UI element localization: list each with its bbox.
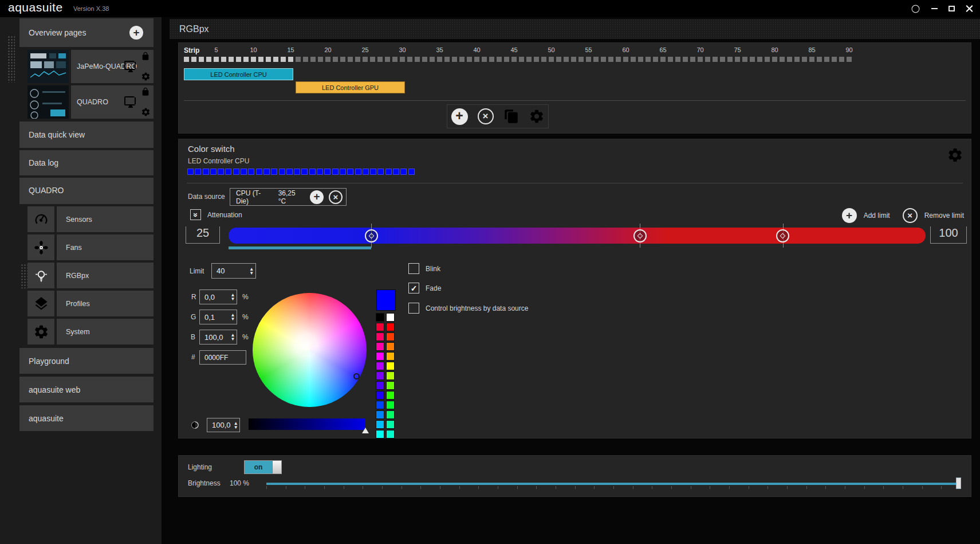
range-handle[interactable] xyxy=(633,229,647,242)
fade-checkbox[interactable] xyxy=(408,283,419,293)
lock-icon[interactable] xyxy=(141,52,150,61)
palette-swatch[interactable] xyxy=(386,401,395,409)
gear-icon[interactable] xyxy=(141,72,151,81)
blue-input[interactable] xyxy=(200,330,229,344)
sidebar-item-playground[interactable]: Playground xyxy=(19,348,154,374)
palette-swatch[interactable] xyxy=(376,430,384,439)
remove-controller-icon[interactable] xyxy=(478,108,494,124)
gauge-icon[interactable] xyxy=(27,206,54,232)
sidebar-item-profiles[interactable]: Profiles xyxy=(57,291,154,316)
brightness-slider-track[interactable] xyxy=(266,483,961,485)
add-limit-icon[interactable] xyxy=(842,208,857,223)
sidebar-item-sensors[interactable]: Sensors xyxy=(57,206,154,232)
palette-swatch[interactable] xyxy=(386,391,395,400)
controller-bar[interactable]: LED Controller GPU xyxy=(296,81,405,93)
add-overview-page-icon[interactable] xyxy=(129,26,143,40)
hex-input[interactable] xyxy=(199,350,246,365)
spinner-arrows-icon[interactable]: ▲▼ xyxy=(232,418,239,432)
sidebar-item-fans[interactable]: Fans xyxy=(57,234,154,260)
palette-swatch[interactable] xyxy=(386,371,395,380)
gear-icon[interactable] xyxy=(27,319,54,345)
palette-swatch[interactable] xyxy=(386,323,395,331)
green-spinner[interactable]: ▲▼ xyxy=(199,310,237,324)
palette-swatch[interactable] xyxy=(376,352,384,361)
controller-bar[interactable]: LED Controller CPU xyxy=(184,68,293,80)
palette-swatch[interactable] xyxy=(376,371,384,380)
brightness-marker[interactable] xyxy=(362,428,369,433)
blink-checkbox[interactable] xyxy=(408,263,419,274)
lock-icon[interactable] xyxy=(141,87,150,96)
page-thumbnail-japemo[interactable] xyxy=(27,50,69,83)
sidebar-item-quadro-device[interactable]: QUADRO xyxy=(19,178,154,204)
spinner-arrows-icon[interactable]: ▲▼ xyxy=(229,290,237,304)
remove-limit-label[interactable]: Remove limit xyxy=(924,212,964,220)
brightness-spinner[interactable]: ▲▼ xyxy=(207,418,240,432)
sidebar-item-system[interactable]: System xyxy=(57,319,154,345)
palette-swatch[interactable] xyxy=(376,332,384,341)
data-source-box[interactable]: CPU (T-Die) 36,25 °C xyxy=(230,188,347,206)
layers-icon[interactable] xyxy=(889,3,900,14)
toggle-knob[interactable] xyxy=(272,461,281,473)
palette-swatch[interactable] xyxy=(386,430,395,439)
page-thumbnail-quadro[interactable] xyxy=(27,85,69,119)
monitor-icon[interactable] xyxy=(124,60,137,73)
palette-swatch[interactable] xyxy=(386,332,395,341)
palette-swatch[interactable] xyxy=(376,401,384,409)
palette-swatch[interactable] xyxy=(376,410,384,419)
palette-swatch[interactable] xyxy=(386,381,395,390)
spinner-arrows-icon[interactable]: ▲▼ xyxy=(247,264,255,278)
current-color-swatch[interactable] xyxy=(376,289,396,311)
palette-swatch[interactable] xyxy=(386,352,395,361)
copy-icon[interactable] xyxy=(503,109,519,124)
layers-icon[interactable] xyxy=(27,291,54,316)
palette-swatch[interactable] xyxy=(376,362,384,370)
brightness-gradient-bar[interactable] xyxy=(249,418,365,430)
palette-swatch[interactable] xyxy=(386,362,395,370)
minimize-button[interactable] xyxy=(931,8,938,9)
add-data-source-icon[interactable] xyxy=(310,190,324,204)
sidebar-item-aquasuite[interactable]: aquasuite xyxy=(19,405,154,431)
remove-data-source-icon[interactable] xyxy=(329,190,343,204)
gear-icon[interactable] xyxy=(141,107,151,117)
palette-swatch[interactable] xyxy=(376,420,384,429)
color-wheel[interactable] xyxy=(253,293,367,407)
palette-swatch[interactable] xyxy=(386,410,395,419)
palette-swatch[interactable] xyxy=(376,381,384,390)
add-limit-label[interactable]: Add limit xyxy=(864,212,890,220)
add-controller-icon[interactable] xyxy=(451,108,468,125)
limit-input[interactable] xyxy=(212,264,247,278)
close-button[interactable] xyxy=(966,5,973,13)
palette-swatch[interactable] xyxy=(386,342,395,351)
palette-swatch[interactable] xyxy=(376,313,384,322)
gear-icon[interactable] xyxy=(529,108,545,124)
brightness-slider-thumb[interactable] xyxy=(956,478,961,489)
sidebar-item-data-quick-view[interactable]: Data quick view xyxy=(19,122,154,148)
palette-swatch[interactable] xyxy=(376,391,384,400)
bulb-icon[interactable] xyxy=(27,263,54,288)
palette-swatch[interactable] xyxy=(376,342,384,351)
brightness-input[interactable] xyxy=(207,418,232,432)
range-handle[interactable] xyxy=(776,229,789,242)
spinner-arrows-icon[interactable]: ▲▼ xyxy=(229,330,237,344)
remove-limit-icon[interactable] xyxy=(903,208,918,223)
monitor-icon[interactable] xyxy=(124,95,137,109)
sidebar-item-rgbpx[interactable]: RGBpx xyxy=(57,263,154,288)
spinner-arrows-icon[interactable]: ▲▼ xyxy=(229,310,237,324)
palette-swatch[interactable] xyxy=(376,323,384,331)
palette-swatch[interactable] xyxy=(386,313,395,322)
gradient-range-track[interactable] xyxy=(229,228,926,244)
maximize-button[interactable] xyxy=(948,6,955,11)
palette-swatch[interactable] xyxy=(386,420,395,429)
range-max-value[interactable]: 100 xyxy=(930,226,967,244)
lighting-toggle[interactable]: on xyxy=(244,460,282,474)
sidebar-item-data-log[interactable]: Data log xyxy=(19,150,154,175)
range-handle[interactable] xyxy=(365,229,378,242)
attenuation-checkbox[interactable] xyxy=(190,209,201,220)
sidebar-item-quadro-page[interactable]: QUADRO xyxy=(71,85,154,119)
control-brightness-checkbox[interactable] xyxy=(408,303,419,314)
blue-spinner[interactable]: ▲▼ xyxy=(199,330,237,345)
fan-icon[interactable] xyxy=(27,234,54,260)
limit-spinner[interactable]: ▲▼ xyxy=(211,263,256,279)
red-spinner[interactable]: ▲▼ xyxy=(199,289,237,304)
sidebar-item-aquasuite-web[interactable]: aquasuite web xyxy=(19,377,154,402)
